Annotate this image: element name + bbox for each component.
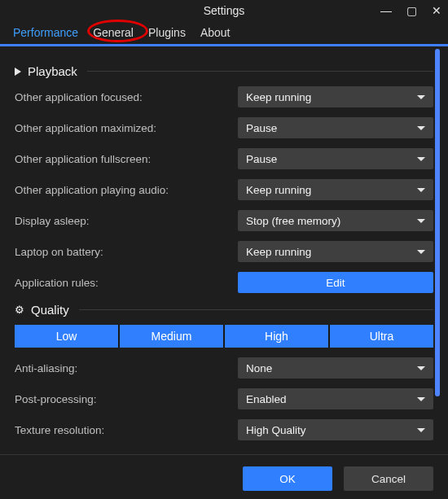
chevron-down-icon	[417, 250, 425, 254]
row-anti-aliasing: Anti-aliasing: None	[15, 357, 433, 379]
select-texture-resolution[interactable]: High Quality	[238, 419, 433, 440]
select-value: Keep running	[246, 246, 311, 258]
select-post-processing[interactable]: Enabled	[238, 388, 433, 409]
select-other-fullscreen[interactable]: Pause	[238, 148, 433, 169]
row-app-rules: Application rules: Edit	[15, 272, 433, 293]
tab-plugins[interactable]: Plugins	[148, 26, 186, 44]
label-post-processing: Post-processing:	[15, 393, 238, 405]
playback-header: Playback	[15, 64, 433, 78]
row-post-processing: Post-processing: Enabled	[15, 388, 433, 409]
select-laptop-battery[interactable]: Keep running	[238, 241, 433, 262]
maximize-icon[interactable]: ▢	[406, 5, 417, 16]
select-value: Enabled	[246, 393, 287, 405]
ok-button[interactable]: OK	[243, 466, 332, 491]
row-other-focused: Other application focused: Keep running	[15, 86, 433, 107]
playback-title: Playback	[28, 64, 77, 78]
minimize-icon[interactable]: —	[380, 5, 392, 16]
row-other-audio: Other application playing audio: Keep ru…	[15, 179, 433, 200]
label-other-fullscreen: Other application fullscreen:	[15, 153, 238, 165]
label-display-asleep: Display asleep:	[15, 215, 238, 227]
select-value: High Quality	[246, 424, 306, 436]
preset-medium[interactable]: Medium	[120, 325, 225, 348]
label-other-maximized: Other application maximized:	[15, 122, 238, 134]
cancel-button[interactable]: Cancel	[344, 466, 433, 491]
preset-ultra[interactable]: Ultra	[330, 325, 433, 348]
play-icon	[15, 68, 21, 76]
select-other-focused[interactable]: Keep running	[238, 86, 433, 107]
label-other-audio: Other application playing audio:	[15, 184, 238, 196]
preset-low[interactable]: Low	[15, 325, 120, 348]
quality-header: ⚙ Quality	[15, 303, 433, 317]
scrollbar[interactable]	[435, 49, 440, 444]
select-value: None	[246, 362, 272, 374]
content: Playback Other application focused: Keep…	[0, 46, 448, 447]
select-other-audio[interactable]: Keep running	[238, 179, 433, 200]
chevron-down-icon	[417, 126, 425, 130]
label-app-rules: Application rules:	[15, 277, 238, 289]
label-texture-resolution: Texture resolution:	[15, 424, 238, 436]
divider	[79, 309, 433, 310]
window-controls: — ▢ ✕	[380, 0, 441, 21]
row-laptop-battery: Laptop on battery: Keep running	[15, 241, 433, 262]
divider	[87, 71, 433, 72]
footer: OK Cancel	[0, 454, 448, 491]
gear-icon: ⚙	[15, 304, 24, 316]
row-texture-resolution: Texture resolution: High Quality	[15, 419, 433, 440]
chevron-down-icon	[417, 397, 425, 401]
edit-button[interactable]: Edit	[238, 272, 433, 293]
select-other-maximized[interactable]: Pause	[238, 117, 433, 138]
label-laptop-battery: Laptop on battery:	[15, 246, 238, 258]
select-value: Pause	[246, 122, 277, 134]
chevron-down-icon	[417, 366, 425, 370]
select-display-asleep[interactable]: Stop (free memory)	[238, 210, 433, 231]
scrollbar-thumb[interactable]	[435, 49, 440, 396]
tab-general[interactable]: General	[93, 26, 134, 44]
select-value: Stop (free memory)	[246, 215, 340, 227]
titlebar: Settings — ▢ ✕	[0, 0, 448, 21]
label-other-focused: Other application focused:	[15, 91, 238, 103]
chevron-down-icon	[417, 219, 425, 223]
label-anti-aliasing: Anti-aliasing:	[15, 362, 238, 374]
quality-title: Quality	[31, 303, 69, 317]
row-display-asleep: Display asleep: Stop (free memory)	[15, 210, 433, 231]
window-title: Settings	[204, 4, 245, 17]
select-anti-aliasing[interactable]: None	[238, 357, 433, 379]
chevron-down-icon	[417, 428, 425, 432]
quality-presets: Low Medium High Ultra	[15, 325, 433, 348]
tabs: Performance General Plugins About	[0, 21, 448, 46]
chevron-down-icon	[417, 188, 425, 192]
chevron-down-icon	[417, 157, 425, 161]
row-other-maximized: Other application maximized: Pause	[15, 117, 433, 138]
select-value: Keep running	[246, 184, 311, 196]
chevron-down-icon	[417, 95, 425, 99]
close-icon[interactable]: ✕	[432, 5, 441, 16]
row-other-fullscreen: Other application fullscreen: Pause	[15, 148, 433, 169]
preset-high[interactable]: High	[225, 325, 330, 348]
select-value: Pause	[246, 153, 277, 165]
select-value: Keep running	[246, 91, 311, 103]
tab-performance[interactable]: Performance	[13, 26, 78, 44]
tab-about[interactable]: About	[200, 26, 231, 44]
